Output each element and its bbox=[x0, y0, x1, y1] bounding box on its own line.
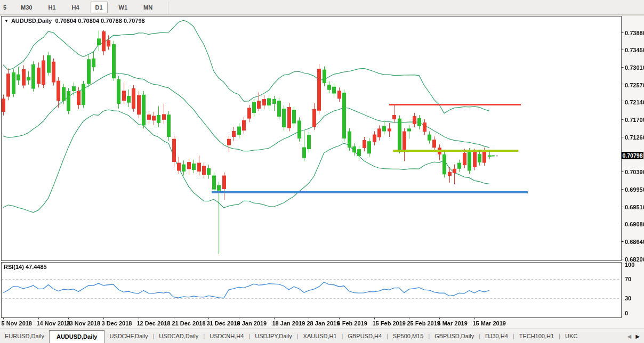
timeframe-toolbar: 5 M30 H1 H4 D1 W1 MN bbox=[0, 0, 644, 15]
tabs-scroll-left-icon[interactable]: ◀ bbox=[625, 333, 634, 339]
tab-ukc[interactable]: UKC bbox=[560, 331, 582, 341]
timeframe-button-h4[interactable]: H4 bbox=[67, 2, 84, 13]
timeframe-button-mn[interactable]: MN bbox=[139, 2, 157, 13]
tab-usdjpy-daily[interactable]: USDJPY,Daily bbox=[250, 331, 297, 341]
trading-terminal: 5 M30 H1 H4 D1 W1 MN ▼AUDUSD,Daily 0.708… bbox=[0, 0, 644, 343]
chart-tab-bar: EURUSD,Daily AUDUSD,Daily USDCHF,Daily |… bbox=[0, 329, 644, 343]
chart-expand-triangle-icon[interactable]: ▼ bbox=[4, 19, 9, 23]
tab-eurusd-daily[interactable]: EURUSD,Daily bbox=[0, 331, 49, 341]
tab-xauusd-h1[interactable]: XAUUSD,H1 bbox=[299, 331, 342, 341]
tab-gbpusd-h4[interactable]: GBPUSD,H4 bbox=[343, 331, 387, 341]
chart-symbol-label: AUDUSD,Daily bbox=[11, 18, 52, 24]
tab-dj30-h4[interactable]: DJ30,H4 bbox=[480, 331, 513, 341]
chart-stage: ▼AUDUSD,Daily 0.70804 0.70804 0.70788 0.… bbox=[0, 15, 644, 329]
price-chart-canvas[interactable] bbox=[0, 15, 644, 329]
chart-title: ▼AUDUSD,Daily 0.70804 0.70804 0.70788 0.… bbox=[4, 18, 145, 24]
tab-usdchf-daily[interactable]: USDCHF,Daily bbox=[104, 331, 152, 341]
tabs-scroll-right-icon[interactable]: ▶ bbox=[633, 333, 642, 339]
timeframe-button-h1[interactable]: H1 bbox=[43, 2, 60, 13]
timeframe-button-w1[interactable]: W1 bbox=[114, 2, 133, 13]
tab-scroll-controls: ◀ ▶ bbox=[625, 333, 644, 339]
current-price-badge: 0.70798 bbox=[622, 152, 643, 159]
timeframe-button-m5[interactable]: 5 bbox=[0, 2, 10, 13]
tab-usdcad-daily[interactable]: USDCAD,Daily bbox=[154, 331, 203, 341]
tab-gbpusd-daily[interactable]: GBPUSD,Daily bbox=[430, 331, 479, 341]
tab-audusd-daily[interactable]: AUDUSD,Daily bbox=[49, 330, 104, 343]
timeframe-button-m30[interactable]: M30 bbox=[16, 2, 37, 13]
tab-tech100-h1[interactable]: TECH100,H1 bbox=[514, 331, 559, 341]
rsi-indicator-label: RSI(14) 47.4485 bbox=[4, 264, 47, 270]
toolbar-separator bbox=[168, 1, 169, 14]
tab-sp500-m15[interactable]: SP500,M15 bbox=[388, 331, 428, 341]
timeframe-button-d1[interactable]: D1 bbox=[91, 2, 108, 13]
chart-ohlc-quotes: 0.70804 0.70804 0.70788 0.70798 bbox=[55, 18, 144, 24]
tab-usdcnh-h4[interactable]: USDCNH,H4 bbox=[205, 331, 248, 341]
